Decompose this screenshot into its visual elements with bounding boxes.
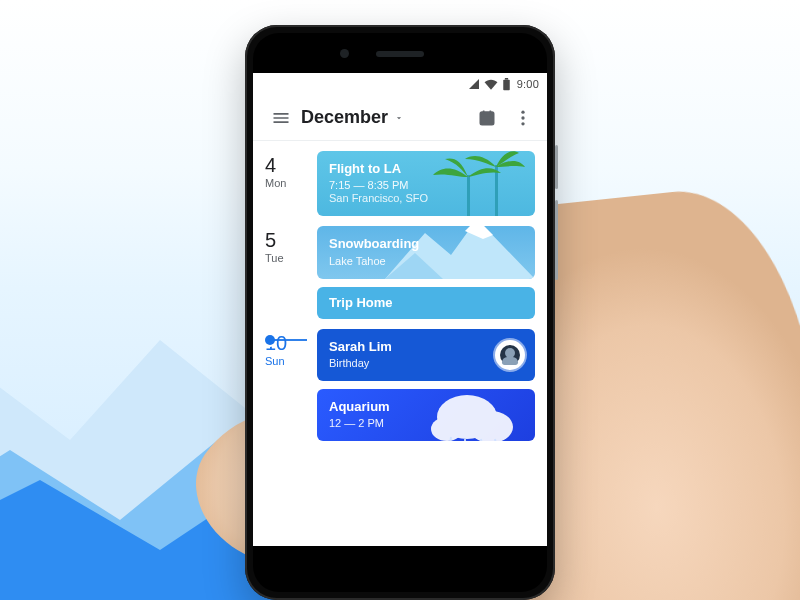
event-title: Aquarium [329,399,523,415]
phone-bezel: 9:00 December [253,33,547,592]
now-indicator-line [274,339,307,341]
svg-rect-0 [503,79,510,90]
phone-speaker [376,51,424,57]
event-card[interactable]: Trip Home [317,287,535,319]
agenda-day: 10 SunSarah LimBirthday Aquarium12 — 2 P… [265,329,535,442]
event-card[interactable]: Aquarium12 — 2 PM [317,389,535,441]
chevron-down-icon [394,109,404,127]
day-number: 5 [265,230,305,250]
day-of-week: Tue [265,252,305,264]
battery-icon [502,78,511,91]
month-dropdown[interactable]: December [301,107,404,128]
event-subtitle: Lake Tahoe [329,255,523,267]
event-subtitle-2: San Francisco, SFO [329,192,523,204]
svg-point-5 [521,122,524,125]
menu-icon [271,108,291,128]
statusbar-clock: 9:00 [517,78,539,90]
android-statusbar: 9:00 [253,73,547,95]
event-title: Trip Home [329,295,523,311]
agenda-day: 4 Mon Flight to LA7:15 — 8:35 PMSan Fran… [265,151,535,216]
today-button[interactable] [469,100,505,136]
event-subtitle: 12 — 2 PM [329,417,523,429]
event-title: Flight to LA [329,161,523,177]
overflow-button[interactable] [505,100,541,136]
wifi-icon [484,78,498,90]
background-scene: 9:00 December [0,0,800,600]
event-subtitle: 7:15 — 8:35 PM [329,179,523,191]
signal-icon [468,78,480,90]
event-title: Sarah Lim [329,339,523,355]
day-date-column: 10 Sun [265,329,305,442]
day-date-column: 4 Mon [265,151,305,216]
day-number: 4 [265,155,305,175]
event-card[interactable]: Flight to LA7:15 — 8:35 PMSan Francisco,… [317,151,535,216]
day-events: Sarah LimBirthday Aquarium12 — 2 PM [317,329,535,442]
event-subtitle: Birthday [329,357,523,369]
calendar-appbar: December [253,95,547,141]
more-vert-icon [513,108,533,128]
menu-button[interactable] [263,100,299,136]
agenda-list[interactable]: 4 Mon Flight to LA7:15 — 8:35 PMSan Fran… [253,141,547,453]
day-date-column: 5 Tue [265,226,305,319]
phone-frame: 9:00 December [245,25,555,600]
event-card[interactable]: Sarah LimBirthday [317,329,535,381]
phone-front-camera [340,49,349,58]
svg-point-3 [521,110,524,113]
agenda-day: 5 Tue SnowboardingLake TahoeTrip Home [265,226,535,319]
event-title: Snowboarding [329,236,523,252]
day-events: Flight to LA7:15 — 8:35 PMSan Francisco,… [317,151,535,216]
month-label: December [301,107,388,128]
svg-rect-2 [480,112,493,125]
event-card[interactable]: SnowboardingLake Tahoe [317,226,535,278]
day-events: SnowboardingLake TahoeTrip Home [317,226,535,319]
phone-screen: 9:00 December [253,73,547,546]
calendar-today-icon [477,108,497,128]
svg-rect-1 [505,78,508,80]
day-of-week: Mon [265,177,305,189]
day-of-week: Sun [265,355,305,367]
svg-point-4 [521,116,524,119]
